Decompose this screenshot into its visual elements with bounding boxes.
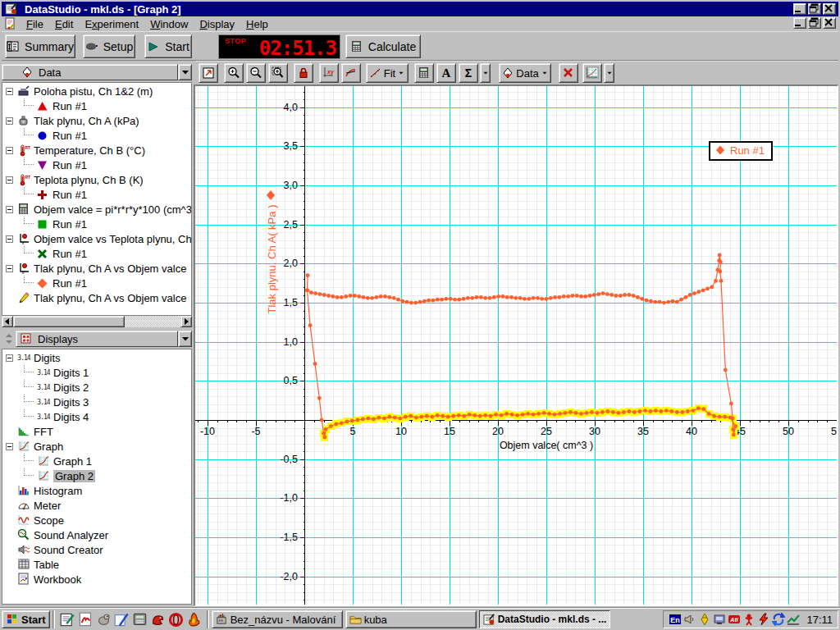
sigma-button[interactable]: Σ (459, 63, 478, 83)
graph-settings-dropdown[interactable] (604, 63, 614, 83)
tree-item[interactable]: Sound Creator (6, 542, 103, 557)
data-panel-title[interactable]: Data (2, 64, 178, 80)
tree-item[interactable]: Objem valce = pi*r*r*y*100 (cm^3) (6, 202, 192, 217)
tree-subitem[interactable]: 3.14Digits 1 (21, 365, 89, 380)
tray-bolt-icon[interactable] (757, 613, 770, 626)
ql-dragon-icon[interactable] (150, 612, 166, 628)
ql-flame-icon[interactable] (186, 612, 202, 628)
task-button[interactable]: DataStudio - mkl.ds - ... (479, 610, 610, 628)
expand-box[interactable] (6, 117, 13, 125)
tree-subitem[interactable]: Graph 1 (21, 454, 92, 468)
ql-acrobat-icon[interactable] (78, 612, 94, 628)
minimize-button[interactable] (793, 3, 806, 15)
tree-item[interactable]: Workbook (6, 572, 81, 587)
expand-box[interactable] (6, 176, 13, 184)
tree-item[interactable]: Scope (6, 513, 64, 527)
menu-help[interactable]: Help (240, 16, 274, 32)
tree-subitem[interactable]: Run #1 (21, 158, 87, 172)
fit-line-button[interactable]: Fit (366, 63, 409, 83)
tray-en-icon[interactable]: En (669, 613, 682, 626)
calc-sm-button[interactable] (414, 63, 434, 83)
child-close-button[interactable] (823, 17, 836, 29)
tray-disk-icon[interactable] (713, 613, 726, 626)
tree-subitem[interactable]: Run #1 (21, 217, 87, 231)
ql-opera-icon[interactable] (168, 612, 184, 628)
expand-box[interactable] (6, 354, 13, 362)
start-button[interactable]: Start (144, 34, 192, 58)
graph-settings-button[interactable] (582, 63, 602, 83)
summary-button[interactable]: Summary (5, 34, 75, 58)
restore-button[interactable] (808, 3, 821, 15)
menu-file[interactable]: File (21, 16, 49, 32)
child-minimize-button[interactable] (793, 17, 806, 29)
tree-subitem[interactable]: Run #1 (21, 276, 87, 290)
ql-sign-icon[interactable] (60, 612, 75, 628)
expand-box[interactable] (6, 443, 13, 450)
tree-subitem[interactable]: Run #1 (21, 187, 87, 202)
tray-arrows-icon[interactable] (772, 613, 785, 626)
zoom-select-button[interactable] (268, 63, 288, 83)
ql-pen-icon[interactable] (114, 612, 130, 628)
tree-item[interactable]: Sound Analyzer (6, 527, 108, 542)
tree-item[interactable]: Table (6, 557, 59, 572)
delete-x-button[interactable] (559, 63, 578, 83)
tree-item[interactable]: 3.14Digits (6, 350, 61, 365)
expand-box[interactable] (6, 265, 13, 272)
close-button[interactable] (823, 3, 836, 15)
graph-plot-area[interactable]: -10-55101520253035404550554,03,53,02,52,… (194, 84, 838, 606)
menu-experiment[interactable]: Experiment (79, 16, 144, 32)
title-bar[interactable]: DataStudio - mkl.ds - [Graph 2] (2, 2, 838, 16)
tray-man-icon[interactable] (742, 613, 756, 626)
tray-speaker-icon[interactable] (683, 613, 696, 626)
zoom-in-button[interactable] (224, 63, 244, 83)
tree-subitem[interactable]: Run #1 (21, 246, 87, 261)
tree-subitem[interactable]: Graph 2 (21, 468, 95, 483)
child-restore-button[interactable] (808, 17, 821, 29)
scroll-thumb[interactable] (13, 316, 125, 327)
sigma-dropdown[interactable] (480, 63, 491, 83)
tree-item[interactable]: Graph (6, 439, 63, 454)
tree-item[interactable]: Tlak plynu, Ch A (kPa) (6, 113, 139, 128)
expand-box[interactable] (6, 88, 13, 95)
tree-subitem[interactable]: 3.14Digits 4 (21, 409, 89, 424)
tray-ati-icon[interactable]: Ati (728, 613, 741, 626)
task-button[interactable]: kuba (345, 610, 477, 628)
slope-button[interactable] (341, 63, 361, 83)
scale-fit-button[interactable] (199, 63, 218, 83)
expand-box[interactable] (6, 235, 13, 243)
tree-subitem[interactable]: 3.14Digits 3 (21, 395, 89, 409)
setup-button[interactable]: Setup (83, 34, 135, 58)
menu-display[interactable]: Display (194, 16, 240, 32)
tree-item[interactable]: Tlak plynu, Ch A vs Objem valce (6, 290, 186, 305)
tree-subitem[interactable]: Run #1 (21, 128, 87, 143)
tree-item[interactable]: Histogram (6, 483, 82, 498)
tree-item[interactable]: RTDTemperature, Ch B (°C) (6, 143, 145, 158)
ql-calc-icon[interactable] (132, 612, 148, 628)
tree-subitem[interactable]: 3.14Digits 2 (21, 380, 89, 395)
calculate-button[interactable]: Calculate (345, 34, 421, 58)
zoom-out-button[interactable] (246, 63, 266, 83)
smart-xy-button[interactable]: xy (319, 63, 339, 83)
displays-panel-title[interactable]: Displays (16, 331, 178, 347)
data-diamond-button[interactable]: Data (499, 63, 551, 83)
tree-subitem[interactable]: Run #1 (21, 98, 87, 113)
tree-item[interactable]: Meter (6, 498, 61, 513)
tree-item[interactable]: xObjem valce vs Teplota plynu, Ch (6, 231, 192, 246)
start-menu-button[interactable]: Start (2, 610, 50, 628)
tray-diamond-icon[interactable] (698, 613, 711, 626)
tree-item[interactable]: RTDTeplota plynu, Ch B (K) (6, 172, 144, 187)
text-a-button[interactable]: A (436, 63, 456, 83)
expand-box[interactable] (6, 206, 13, 213)
ql-bird-icon[interactable] (96, 612, 112, 628)
data-tree-hscrollbar[interactable] (2, 316, 192, 327)
tray-wave-icon[interactable] (787, 613, 800, 626)
expand-box[interactable] (6, 147, 13, 154)
menu-window[interactable]: Window (144, 16, 194, 32)
lock-button[interactable] (294, 63, 313, 83)
scroll-right-button[interactable] (180, 316, 192, 327)
data-panel-dropdown[interactable] (178, 64, 192, 80)
panel-splitter[interactable] (2, 331, 16, 347)
tree-item[interactable]: FFT (6, 424, 53, 439)
menu-edit[interactable]: Edit (49, 16, 79, 32)
scroll-left-button[interactable] (2, 316, 13, 327)
